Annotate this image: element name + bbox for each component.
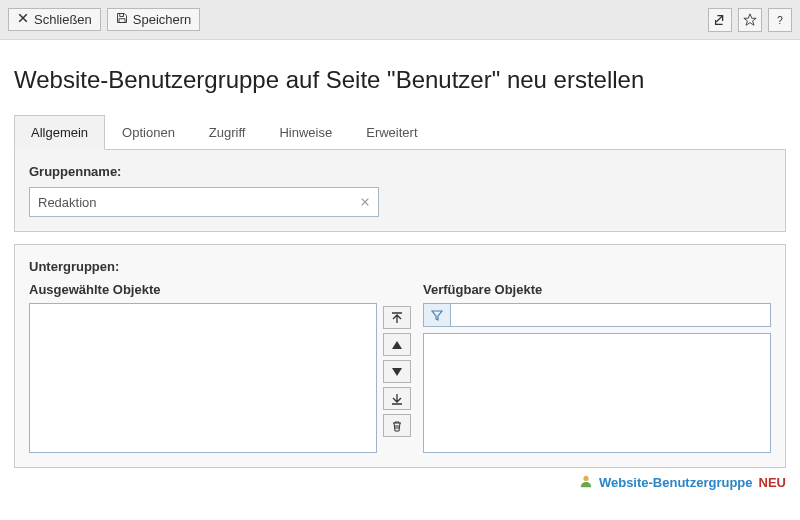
panel-subgroups: Untergruppen: Ausgewählte Objekte (14, 244, 786, 468)
tab-label: Zugriff (209, 125, 246, 140)
bookmark-button[interactable] (738, 8, 762, 32)
move-top-button[interactable] (383, 306, 411, 329)
close-icon (17, 12, 29, 27)
filter-button[interactable] (423, 303, 451, 327)
tab-label: Hinweise (279, 125, 332, 140)
move-up-button[interactable] (383, 333, 411, 356)
filter-row (423, 303, 771, 327)
groupname-input-wrap (29, 187, 379, 217)
tab-erweitert[interactable]: Erweitert (349, 115, 434, 150)
toolbar-right: ? (708, 8, 792, 32)
spacer (383, 282, 417, 302)
tabs: Allgemein Optionen Zugriff Hinweise Erwe… (14, 114, 786, 150)
user-icon (579, 474, 593, 491)
save-button[interactable]: Speichern (107, 8, 201, 31)
close-button[interactable]: Schließen (8, 8, 101, 31)
available-label: Verfügbare Objekte (423, 282, 771, 297)
available-column: Verfügbare Objekte (423, 282, 771, 453)
available-listbox[interactable] (423, 333, 771, 453)
panel-groupname: Gruppenname: (14, 150, 786, 232)
tab-label: Optionen (122, 125, 175, 140)
record-type-link[interactable]: Website-Benutzergruppe (599, 475, 753, 490)
content: Website-Benutzergruppe auf Seite "Benutz… (0, 40, 800, 468)
svg-point-1 (583, 476, 588, 481)
filter-input[interactable] (451, 303, 771, 327)
record-type-label: Website-Benutzergruppe (599, 475, 753, 490)
move-down-button[interactable] (383, 360, 411, 383)
selected-label: Ausgewählte Objekte (29, 282, 377, 297)
save-label: Speichern (133, 12, 192, 27)
help-button[interactable]: ? (768, 8, 792, 32)
selected-listbox[interactable] (29, 303, 377, 453)
tab-optionen[interactable]: Optionen (105, 115, 192, 150)
tab-zugriff[interactable]: Zugriff (192, 115, 263, 150)
move-bottom-button[interactable] (383, 387, 411, 410)
save-icon (116, 12, 128, 27)
page-title: Website-Benutzergruppe auf Seite "Benutz… (14, 66, 786, 94)
clear-input-button[interactable] (351, 187, 379, 217)
svg-text:?: ? (777, 13, 783, 25)
groupname-input[interactable] (29, 187, 379, 217)
subgroups-label: Untergruppen: (29, 259, 771, 274)
toolbar: Schließen Speichern ? (0, 0, 800, 40)
dual-list: Ausgewählte Objekte (29, 282, 771, 453)
tab-hinweise[interactable]: Hinweise (262, 115, 349, 150)
close-label: Schließen (34, 12, 92, 27)
share-button[interactable] (708, 8, 732, 32)
status-badge: NEU (759, 475, 786, 490)
toolbar-left: Schließen Speichern (8, 8, 200, 31)
tab-label: Allgemein (31, 125, 88, 140)
tab-label: Erweitert (366, 125, 417, 140)
tab-allgemein[interactable]: Allgemein (14, 115, 105, 150)
groupname-label: Gruppenname: (29, 164, 771, 179)
footer: Website-Benutzergruppe NEU (0, 468, 800, 491)
selected-column: Ausgewählte Objekte (29, 282, 377, 453)
delete-button[interactable] (383, 414, 411, 437)
reorder-buttons (383, 282, 417, 453)
